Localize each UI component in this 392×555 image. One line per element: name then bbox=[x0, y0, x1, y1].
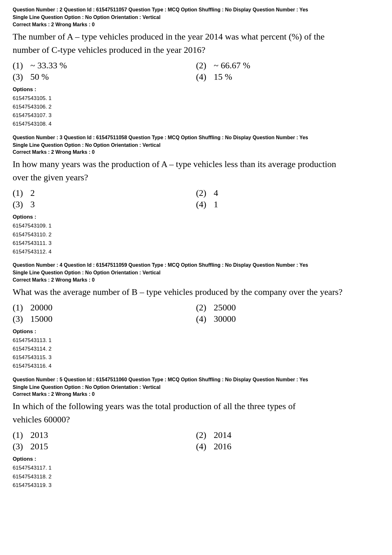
option-5-4: (4) 2016 bbox=[196, 441, 379, 452]
question-5-code-2: 61547543118. 2 bbox=[13, 472, 379, 481]
option-4-1: (1) 20000 bbox=[13, 302, 196, 313]
question-3-meta2: Single Line Question Option : No Option … bbox=[13, 142, 379, 149]
option-3-1: (1) 2 bbox=[13, 188, 196, 198]
question-2-code-2: 61547543106. 2 bbox=[13, 103, 379, 111]
option-val: 2016 bbox=[214, 441, 231, 452]
option-4-4: (4) 30000 bbox=[196, 314, 379, 324]
question-3-code-2: 61547543110. 2 bbox=[13, 230, 379, 239]
question-3-code-4: 61547543112. 4 bbox=[13, 247, 379, 256]
question-3-code-1: 61547543109. 1 bbox=[13, 221, 379, 230]
option-num: (2) bbox=[196, 302, 209, 313]
question-5-code-1: 61547543117. 1 bbox=[13, 464, 379, 472]
option-2-2: (2) ~ 66.67 % bbox=[196, 60, 379, 71]
option-3-2: (2) 4 bbox=[196, 188, 379, 198]
option-num: (1) bbox=[13, 430, 25, 440]
option-2-3: (3) 50 % bbox=[13, 72, 196, 82]
question-3-meta: Question Number : 3 Question Id : 615475… bbox=[13, 134, 379, 141]
option-num: (2) bbox=[196, 188, 209, 198]
question-2-meta: Question Number : 2 Question Id : 615475… bbox=[13, 6, 379, 13]
option-val: 2015 bbox=[30, 441, 48, 452]
option-val: 1 bbox=[214, 199, 218, 209]
option-val: 15000 bbox=[30, 314, 52, 324]
option-num: (1) bbox=[13, 302, 25, 313]
question-2-code-3: 61547543107. 3 bbox=[13, 111, 379, 120]
option-num: (4) bbox=[196, 441, 209, 452]
question-2-text: The number of A – type vehicles produced… bbox=[13, 30, 379, 57]
question-4-marks: Correct Marks : 2 Wrong Marks : 0 bbox=[13, 277, 379, 283]
question-5-options-label: Options : bbox=[13, 456, 379, 462]
option-num: (2) bbox=[196, 60, 209, 71]
question-3-options: (1) 2 (2) 4 (3) 3 (4) 1 bbox=[13, 188, 379, 209]
option-4-2: (2) 25000 bbox=[196, 302, 379, 313]
question-4-meta2: Single Line Question Option : No Option … bbox=[13, 269, 379, 276]
question-2-code-1: 61547543105. 1 bbox=[13, 94, 379, 103]
question-3-options-label: Options : bbox=[13, 214, 379, 220]
option-val: 2014 bbox=[214, 430, 231, 440]
question-5-meta: Question Number : 5 Question Id : 615475… bbox=[13, 376, 379, 383]
question-4-options: (1) 20000 (2) 25000 (3) 15000 (4) 30000 bbox=[13, 302, 379, 324]
question-4-code-3: 61547543115. 3 bbox=[13, 353, 379, 362]
question-4-code-4: 61547543116. 4 bbox=[13, 362, 379, 370]
option-val: 3 bbox=[30, 199, 35, 209]
question-4-options-label: Options : bbox=[13, 328, 379, 335]
question-5-text: In which of the following years was the … bbox=[13, 400, 379, 426]
option-val: 50 % bbox=[30, 72, 49, 82]
option-num: (1) bbox=[13, 60, 25, 71]
question-5-block: Question Number : 5 Question Id : 615475… bbox=[13, 376, 379, 490]
option-val: 4 bbox=[214, 188, 218, 198]
option-val: ~ 33.33 % bbox=[30, 60, 67, 71]
question-2-options-label: Options : bbox=[13, 86, 379, 93]
question-3-marks: Correct Marks : 2 Wrong Marks : 0 bbox=[13, 149, 379, 155]
question-4-code-2: 61547543114. 2 bbox=[13, 345, 379, 353]
option-num: (2) bbox=[196, 430, 209, 440]
option-3-3: (3) 3 bbox=[13, 199, 196, 209]
option-num: (3) bbox=[13, 441, 25, 452]
question-2-marks: Correct Marks : 2 Wrong Marks : 0 bbox=[13, 22, 379, 28]
question-4-block: Question Number : 4 Question Id : 615475… bbox=[13, 262, 379, 371]
option-num: (4) bbox=[196, 314, 209, 324]
option-5-3: (3) 2015 bbox=[13, 441, 196, 452]
option-val: 2013 bbox=[30, 430, 48, 440]
option-num: (1) bbox=[13, 188, 25, 198]
question-5-marks: Correct Marks : 2 Wrong Marks : 0 bbox=[13, 391, 379, 397]
option-num: (3) bbox=[13, 72, 25, 82]
question-3-code-3: 61547543111. 3 bbox=[13, 239, 379, 247]
question-4-code-1: 61547543113. 1 bbox=[13, 336, 379, 345]
option-val: 25000 bbox=[214, 302, 236, 313]
question-5-options: (1) 2013 (2) 2014 (3) 2015 (4) 2016 bbox=[13, 430, 379, 452]
question-3-block: Question Number : 3 Question Id : 615475… bbox=[13, 134, 379, 256]
option-4-3: (3) 15000 bbox=[13, 314, 196, 324]
option-val: 20000 bbox=[30, 302, 52, 313]
option-num: (3) bbox=[13, 199, 25, 209]
question-4-meta: Question Number : 4 Question Id : 615475… bbox=[13, 262, 379, 269]
question-4-text: What was the average number of B – type … bbox=[13, 285, 379, 299]
option-val: 15 % bbox=[214, 72, 232, 82]
question-5-code-3: 61547543119. 3 bbox=[13, 481, 379, 490]
option-val: 30000 bbox=[214, 314, 236, 324]
question-2-meta2: Single Line Question Option : No Option … bbox=[13, 14, 379, 21]
question-5-meta2: Single Line Question Option : No Option … bbox=[13, 384, 379, 391]
option-5-1: (1) 2013 bbox=[13, 430, 196, 440]
question-2-code-4: 61547543108. 4 bbox=[13, 120, 379, 128]
question-3-text: In how many years was the production of … bbox=[13, 158, 379, 184]
option-num: (4) bbox=[196, 199, 209, 209]
option-num: (4) bbox=[196, 72, 209, 82]
option-3-4: (4) 1 bbox=[196, 199, 379, 209]
option-val: 2 bbox=[30, 188, 35, 198]
option-val: ~ 66.67 % bbox=[214, 60, 250, 71]
option-2-4: (4) 15 % bbox=[196, 72, 379, 82]
option-2-1: (1) ~ 33.33 % bbox=[13, 60, 196, 71]
question-2-block: Question Number : 2 Question Id : 615475… bbox=[13, 6, 379, 128]
question-2-options: (1) ~ 33.33 % (2) ~ 66.67 % (3) 50 % (4)… bbox=[13, 60, 379, 82]
option-num: (3) bbox=[13, 314, 25, 324]
option-5-2: (2) 2014 bbox=[196, 430, 379, 440]
